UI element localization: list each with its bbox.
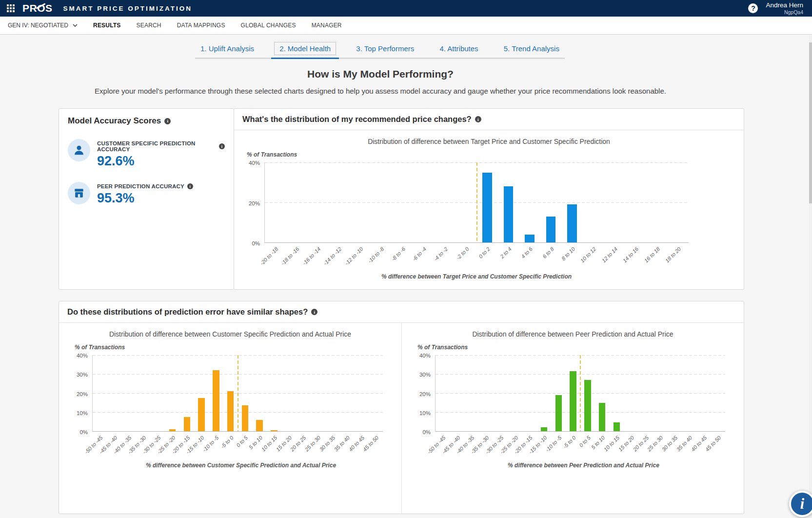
- tab-top-performers[interactable]: 3. Top Performers: [351, 41, 419, 59]
- x-tick-label: 10 to 15: [260, 435, 278, 453]
- x-tick-label: -6 to -4: [412, 246, 428, 262]
- plot-wrap: -50 to -45-45 to -40-40 to -35-35 to -30…: [435, 355, 732, 462]
- bar: [541, 427, 547, 431]
- x-tick-label: -10 to -8: [367, 246, 385, 264]
- y-tick-label: 10%: [419, 410, 431, 416]
- tab-trend-analysis[interactable]: 5. Trend Analysis: [498, 41, 565, 59]
- x-tick-label: 10 to 12: [579, 246, 597, 264]
- chart-peer-vs-actual: Distribution of difference between Peer …: [414, 325, 732, 469]
- zero-reference-line: [476, 162, 477, 242]
- bar: [184, 417, 190, 431]
- app-launcher-icon[interactable]: [7, 4, 15, 12]
- bar: [271, 430, 277, 431]
- nav-item-data-mappings[interactable]: DATA MAPPINGS: [177, 22, 225, 29]
- zero-reference-line: [238, 355, 238, 431]
- price-change-distribution-panel: What's the distribution of my recommende…: [234, 108, 744, 290]
- y-tick-label: 20%: [77, 391, 88, 397]
- y-tick-label: 20%: [249, 200, 260, 206]
- nav-item-manager[interactable]: MANAGER: [312, 22, 342, 29]
- bar: [504, 186, 514, 242]
- bar: [242, 405, 248, 431]
- y-axis-label: % of Transactions: [75, 344, 390, 351]
- x-tick-label: -2 to 0: [455, 246, 470, 261]
- nav-item-results[interactable]: RESULTS: [93, 22, 121, 29]
- tab-uplift-analysis[interactable]: 1. Uplift Analysis: [195, 41, 259, 59]
- x-axis-title: % difference between Peer Prediction and…: [414, 462, 732, 469]
- chart-csp-vs-actual: Distribution of difference between Custo…: [71, 325, 390, 469]
- bar: [555, 395, 562, 431]
- chart-title: Distribution of difference between Custo…: [71, 325, 390, 344]
- x-tick-label: -16 to -14: [301, 246, 321, 266]
- zero-reference-line: [580, 355, 581, 431]
- panel-title: Do these distributions of prediction err…: [67, 307, 308, 317]
- info-icon[interactable]: i: [311, 309, 317, 315]
- model-accuracy-title: Model Accuracy Scores: [68, 116, 161, 126]
- info-icon[interactable]: i: [187, 183, 193, 189]
- help-icon[interactable]: ?: [748, 3, 758, 13]
- x-tick-label: 25 to 30: [304, 435, 322, 453]
- info-icon[interactable]: i: [219, 143, 225, 149]
- y-tick-label: 40%: [77, 353, 88, 359]
- bar: [567, 204, 577, 242]
- x-tick-label: 0 to 5: [235, 435, 249, 448]
- user-id: NgpQa4: [766, 9, 803, 16]
- y-tick-label: 20%: [419, 391, 431, 397]
- page-head: 1. Uplift Analysis 2. Model Health 3. To…: [59, 41, 702, 95]
- metric-label: PEER PREDICTION ACCURACY: [97, 183, 184, 189]
- app-title: SMART PRICE OPTIMIZATION: [63, 5, 193, 12]
- model-selector-label: GEN IV: NEGOTIATED: [8, 22, 68, 29]
- y-tick-label: 30%: [419, 372, 431, 378]
- nav-item-global-changes[interactable]: GLOBAL CHANGES: [241, 22, 296, 29]
- info-icon[interactable]: i: [164, 118, 171, 124]
- x-axis-labels: -50 to -45-45 to -40-40 to -35-35 to -30…: [435, 432, 725, 462]
- plot-area: [92, 355, 383, 432]
- chart-target-price-vs-csp: Distribution of difference between Targe…: [234, 130, 744, 280]
- x-tick-label: -5 to 0: [219, 435, 235, 450]
- model-accuracy-panel: Model Accuracy Scores i CUSTOMER SPECIFI…: [59, 108, 234, 290]
- plot-area: [264, 162, 689, 243]
- y-tick-label: 0%: [79, 429, 88, 435]
- plot-area: [435, 355, 725, 432]
- tab-bar: 1. Uplift Analysis 2. Model Health 3. To…: [195, 41, 565, 59]
- nav-item-search[interactable]: SEARCH: [137, 22, 161, 29]
- model-selector[interactable]: GEN IV: NEGOTIATED: [8, 22, 78, 29]
- y-axis: 0%10%20%30%40%: [414, 355, 435, 432]
- bar: [213, 370, 219, 431]
- y-axis: 0%20%40%: [243, 162, 264, 243]
- tab-model-health[interactable]: 2. Model Health: [274, 41, 336, 59]
- plot-wrap: -20 to -18-18 to -16-16 to -14-14 to -12…: [264, 162, 735, 273]
- x-tick-label: 2 to 4: [499, 246, 513, 259]
- x-tick-label: 8 to 10: [560, 246, 576, 261]
- x-tick-label: 15 to 20: [275, 435, 293, 453]
- info-fab-button[interactable]: i: [789, 491, 812, 517]
- scrollbar: [809, 35, 812, 518]
- bar: [614, 422, 620, 431]
- x-tick-label: 35 to 40: [675, 435, 693, 453]
- chart-title: Distribution of difference between Targe…: [243, 132, 735, 151]
- x-tick-label: 40 to 45: [690, 435, 708, 453]
- scrollbar-thumb[interactable]: [809, 42, 812, 203]
- x-tick-label: -20 to -18: [258, 246, 279, 266]
- bar: [570, 371, 576, 431]
- bar: [169, 429, 176, 431]
- x-axis-title: % difference between Target Price and Cu…: [243, 273, 735, 280]
- nav-bar: GEN IV: NEGOTIATED RESULTS SEARCH DATA M…: [0, 17, 812, 35]
- peer-accuracy-metric: PEER PREDICTION ACCURACY i 95.3%: [68, 182, 225, 206]
- x-axis-title: % difference between Customer Specific P…: [71, 462, 390, 469]
- y-tick-label: 0%: [252, 240, 260, 246]
- app-header: PROS SMART PRICE OPTIMIZATION ? Andrea H…: [0, 0, 812, 17]
- x-axis-labels: -20 to -18-18 to -16-16 to -14-14 to -12…: [264, 243, 689, 273]
- x-tick-label: -4 to -2: [433, 246, 449, 262]
- bar: [525, 235, 535, 242]
- x-tick-label: 30 to 35: [318, 435, 337, 453]
- plot-wrap: -50 to -45-45 to -40-40 to -35-35 to -30…: [92, 355, 390, 462]
- user-menu[interactable]: Andrea Hern NgpQa4: [766, 1, 803, 16]
- x-tick-label: 16 to 18: [643, 246, 661, 264]
- x-tick-label: -12 to -10: [343, 246, 364, 266]
- user-name: Andrea Hern: [766, 1, 803, 9]
- x-tick-label: -14 to -12: [322, 246, 343, 266]
- tab-attributes[interactable]: 4. Attributes: [434, 41, 483, 59]
- x-axis-labels: -50 to -45-45 to -40-40 to -35-35 to -30…: [92, 432, 383, 462]
- info-icon[interactable]: i: [475, 116, 481, 122]
- metric-value: 95.3%: [97, 191, 193, 206]
